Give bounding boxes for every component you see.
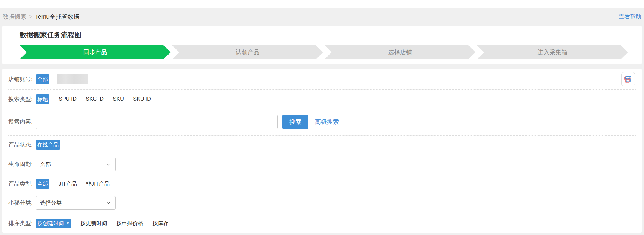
sort-selected-label: 按创建时间 bbox=[37, 220, 64, 227]
advanced-search-link[interactable]: 高级搜索 bbox=[315, 118, 339, 126]
flow-steps: 同步产品 认领产品 选择店铺 进入采集箱 bbox=[20, 45, 628, 59]
filter-row-search-content: 搜索内容: 搜索 高级搜索 bbox=[2, 108, 642, 135]
search-button[interactable]: 搜索 bbox=[282, 115, 308, 129]
flow-step-label: 认领产品 bbox=[236, 48, 260, 56]
lifecycle-selected-value: 全部 bbox=[40, 161, 51, 168]
shop-account-label: 店铺账号: bbox=[8, 75, 36, 83]
sort-type-content: 按创建时间 ▼ 按更新时间 按申报价格 按库存 bbox=[36, 219, 635, 228]
filter-panel: 店铺账号: 全部 搜索类型: 标题 SPU ID SKC ID SKU SKU … bbox=[2, 69, 642, 233]
storefront-icon bbox=[624, 75, 633, 84]
breadcrumb-parent[interactable]: 数据搬家 bbox=[3, 13, 26, 21]
search-input[interactable] bbox=[36, 115, 278, 129]
assistant-category-select[interactable]: 选择分类 bbox=[36, 196, 116, 210]
sort-by-create-time-button[interactable]: 按创建时间 ▼ bbox=[36, 219, 71, 228]
shop-account-all-button[interactable]: 全部 bbox=[36, 74, 49, 84]
search-type-option-spu-id[interactable]: SPU ID bbox=[59, 96, 77, 102]
flow-card: 数据搬家任务流程图 同步产品 认领产品 选择店铺 进入采集箱 bbox=[2, 26, 642, 64]
search-type-title-button[interactable]: 标题 bbox=[36, 94, 49, 104]
search-type-label: 搜索类型: bbox=[8, 95, 36, 103]
breadcrumb-separator: > bbox=[29, 14, 32, 20]
flow-step-claim-products: 认领产品 bbox=[172, 45, 323, 59]
chevron-down-icon bbox=[106, 162, 111, 167]
flow-step-select-shop: 选择店铺 bbox=[325, 45, 475, 59]
product-type-content: 全部 JIT产品 非JIT产品 bbox=[36, 179, 635, 189]
lifecycle-content: 全部 bbox=[36, 158, 635, 171]
assistant-category-placeholder: 选择分类 bbox=[40, 199, 62, 206]
flow-step-sync-products: 同步产品 bbox=[20, 45, 171, 59]
product-status-online-button[interactable]: 在线产品 bbox=[36, 140, 60, 150]
flow-title: 数据搬家任务流程图 bbox=[20, 30, 628, 40]
filter-row-search-type: 搜索类型: 标题 SPU ID SKC ID SKU SKU ID bbox=[2, 90, 642, 108]
flow-step-label: 同步产品 bbox=[83, 48, 107, 56]
search-content-content: 搜索 高级搜索 bbox=[36, 115, 635, 129]
filter-row-sort-type: 排序类型: 按创建时间 ▼ 按更新时间 按申报价格 按库存 bbox=[2, 213, 642, 234]
filter-row-lifecycle: 生命周期: 全部 bbox=[2, 154, 642, 175]
sort-type-label: 排序类型: bbox=[8, 220, 36, 227]
search-content-label: 搜索内容: bbox=[8, 118, 36, 126]
filter-row-shop-account: 店铺账号: 全部 bbox=[2, 69, 642, 89]
sort-by-update-time[interactable]: 按更新时间 bbox=[80, 220, 107, 227]
view-help-link[interactable]: 查看帮助 bbox=[619, 13, 641, 21]
product-status-content: 在线产品 bbox=[36, 140, 635, 150]
product-type-option-jit[interactable]: JIT产品 bbox=[59, 180, 77, 187]
caret-down-icon: ▼ bbox=[66, 221, 70, 225]
filter-row-product-type: 产品类型: 全部 JIT产品 非JIT产品 bbox=[2, 175, 642, 193]
breadcrumb-current: Temu全托管数据 bbox=[35, 13, 79, 21]
chevron-down-icon bbox=[106, 200, 111, 206]
search-type-content: 标题 SPU ID SKC ID SKU SKU ID bbox=[36, 94, 635, 104]
product-status-label: 产品状态: bbox=[8, 141, 36, 149]
product-type-all-button[interactable]: 全部 bbox=[36, 179, 49, 189]
flow-step-label: 选择店铺 bbox=[388, 48, 412, 56]
lifecycle-label: 生命周期: bbox=[8, 161, 36, 168]
lifecycle-select[interactable]: 全部 bbox=[36, 158, 116, 171]
filter-row-product-status: 产品状态: 在线产品 bbox=[2, 136, 642, 154]
flow-step-label: 进入采集箱 bbox=[538, 48, 567, 56]
flow-step-enter-collection-box: 进入采集箱 bbox=[477, 45, 628, 59]
search-type-option-sku-id[interactable]: SKU ID bbox=[133, 96, 151, 102]
shop-account-redacted-value bbox=[57, 74, 88, 84]
breadcrumb-bar: 数据搬家 > Temu全托管数据 查看帮助 bbox=[0, 8, 644, 26]
shop-account-content: 全部 bbox=[36, 72, 635, 86]
product-type-option-non-jit[interactable]: 非JIT产品 bbox=[86, 180, 110, 187]
search-type-option-sku[interactable]: SKU bbox=[113, 96, 124, 102]
product-type-label: 产品类型: bbox=[8, 180, 36, 188]
search-type-option-skc-id[interactable]: SKC ID bbox=[86, 96, 104, 102]
sort-by-stock[interactable]: 按库存 bbox=[152, 220, 169, 227]
filter-row-assistant-category: 小秘分类: 选择分类 bbox=[2, 193, 642, 213]
sort-by-declared-price[interactable]: 按申报价格 bbox=[116, 220, 143, 227]
breadcrumb: 数据搬家 > Temu全托管数据 bbox=[3, 13, 79, 21]
assistant-category-label: 小秘分类: bbox=[8, 199, 36, 207]
assistant-category-content: 选择分类 bbox=[36, 196, 635, 210]
top-strip bbox=[0, 0, 644, 8]
manage-shops-button[interactable] bbox=[621, 72, 635, 86]
